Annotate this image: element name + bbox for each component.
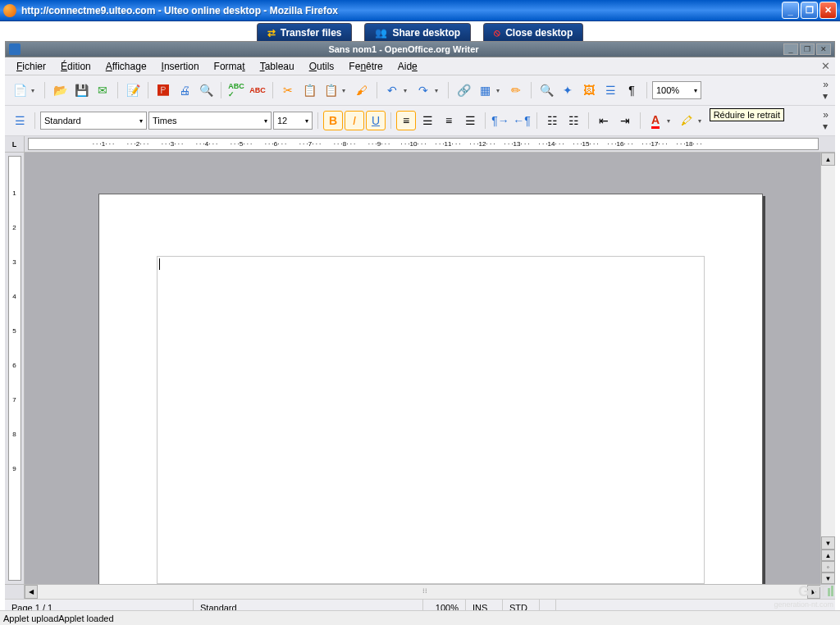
highlight-icon[interactable]: 🖍 bbox=[677, 111, 696, 130]
watermark-sub: generation-nt.com bbox=[774, 600, 833, 609]
share-icon: 👥 bbox=[375, 27, 387, 39]
pdf-export-icon[interactable]: 🅿 bbox=[153, 80, 173, 100]
highlight-dropdown[interactable]: ▾ bbox=[698, 117, 706, 125]
tab-label: Close desktop bbox=[505, 27, 573, 39]
menu-aide[interactable]: Aide bbox=[391, 59, 424, 74]
format-paintbrush-icon[interactable]: 🖌 bbox=[352, 80, 372, 100]
decrease-indent-icon[interactable]: ⇤ bbox=[594, 111, 614, 130]
toolbar-overflow-icon[interactable]: »▾ bbox=[819, 79, 830, 102]
paragraph-style-combo[interactable]: Standard▾ bbox=[40, 112, 147, 130]
spellcheck-icon[interactable]: ABC✓ bbox=[226, 80, 246, 100]
vertical-ruler-gutter: 123456789 bbox=[5, 153, 25, 584]
italic-icon[interactable]: I bbox=[345, 111, 364, 130]
redo-icon[interactable]: ↷ bbox=[413, 80, 433, 100]
scroll-left-button[interactable]: ◀ bbox=[25, 585, 38, 599]
increase-indent-icon[interactable]: ⇥ bbox=[615, 111, 635, 130]
table-dropdown[interactable]: ▾ bbox=[496, 87, 504, 94]
edit-file-icon[interactable]: 📝 bbox=[123, 80, 143, 100]
oo-minimize-button[interactable]: _ bbox=[783, 43, 798, 55]
horizontal-scrollbar[interactable]: ◀ ⁞⁞ ▶ bbox=[5, 584, 835, 599]
find-icon[interactable]: 🔍 bbox=[536, 80, 556, 100]
firefox-icon bbox=[3, 4, 16, 17]
ltr-icon[interactable]: ¶→ bbox=[491, 111, 510, 130]
print-preview-icon[interactable]: 🔍 bbox=[196, 80, 216, 100]
open-icon[interactable]: 📂 bbox=[50, 80, 70, 100]
share-desktop-tab[interactable]: 👥Share desktop bbox=[364, 23, 471, 41]
font-color-icon[interactable]: A bbox=[646, 111, 665, 130]
menu-outils[interactable]: Outils bbox=[303, 59, 341, 74]
ruler-row: L · · ·1· · ·· · ·2· · ·· · ·3· · ·· · ·… bbox=[5, 136, 835, 153]
new-document-icon[interactable]: 📄 bbox=[10, 80, 30, 100]
hscroll-track[interactable]: ⁞⁞ bbox=[38, 585, 807, 599]
menu-edition[interactable]: Édition bbox=[54, 59, 98, 74]
scroll-down-button[interactable]: ▼ bbox=[821, 536, 835, 550]
maximize-button[interactable]: ❐ bbox=[801, 2, 818, 19]
justify-icon[interactable]: ☰ bbox=[460, 111, 480, 130]
cut-icon[interactable]: ✂ bbox=[278, 80, 298, 100]
toolbar-overflow-icon[interactable]: »▾ bbox=[819, 109, 830, 132]
text-margin bbox=[157, 256, 705, 584]
document-close-button[interactable]: ✕ bbox=[821, 60, 830, 72]
scroll-up-button[interactable]: ▲ bbox=[821, 153, 835, 166]
scroll-track[interactable] bbox=[821, 166, 835, 536]
nav-select-button[interactable]: ◦ bbox=[821, 561, 835, 573]
page[interactable] bbox=[98, 194, 763, 584]
next-page-button[interactable]: ▼ bbox=[821, 573, 835, 584]
menu-format[interactable]: Format bbox=[208, 59, 252, 74]
copy-icon[interactable]: 📋 bbox=[299, 80, 319, 100]
menu-fichier[interactable]: Fichier bbox=[10, 59, 52, 74]
zoom-value: 100% bbox=[656, 85, 679, 95]
vertical-ruler[interactable]: 123456789 bbox=[8, 156, 21, 581]
gallery-icon[interactable]: 🖼 bbox=[579, 80, 599, 100]
bold-icon[interactable]: B bbox=[323, 111, 343, 130]
font-color-dropdown[interactable]: ▾ bbox=[667, 117, 675, 125]
oo-close-button[interactable]: ✕ bbox=[816, 43, 831, 55]
data-sources-icon[interactable]: ☰ bbox=[600, 80, 620, 100]
styles-window-icon[interactable]: ☰ bbox=[10, 111, 30, 130]
font-size-combo[interactable]: 12▾ bbox=[273, 112, 313, 130]
hyperlink-icon[interactable]: 🔗 bbox=[454, 80, 473, 100]
align-center-icon[interactable]: ☰ bbox=[418, 111, 437, 130]
redo-dropdown[interactable]: ▾ bbox=[435, 87, 443, 94]
menu-insertion[interactable]: Insertion bbox=[155, 59, 206, 74]
numbered-list-icon[interactable]: ☷ bbox=[542, 111, 562, 130]
app-frame: Sans nom1 - OpenOffice.org Writer _ ❐ ✕ … bbox=[5, 41, 835, 615]
nonprinting-icon[interactable]: ¶ bbox=[622, 80, 641, 100]
menu-affichage[interactable]: Affichage bbox=[99, 59, 153, 74]
zoom-combo[interactable]: 100%▾ bbox=[652, 81, 701, 99]
autospell-icon[interactable]: ABC bbox=[248, 80, 267, 100]
close-button[interactable]: ✕ bbox=[819, 2, 837, 19]
rtl-icon[interactable]: ←¶ bbox=[512, 111, 532, 130]
paste-icon[interactable]: 📋 bbox=[321, 80, 340, 100]
show-draw-icon[interactable]: ✏ bbox=[506, 80, 526, 100]
ulteo-tab-bar: ⇄Transfer files 👥Share desktop ⦸Close de… bbox=[0, 21, 840, 41]
applet-status-bar: Applet uploadApplet loaded bbox=[0, 610, 840, 625]
save-icon[interactable]: 💾 bbox=[71, 80, 91, 100]
align-left-icon[interactable]: ≡ bbox=[396, 111, 416, 130]
email-icon[interactable]: ✉ bbox=[93, 80, 112, 100]
undo-icon[interactable]: ↶ bbox=[382, 80, 402, 100]
table-icon[interactable]: ▦ bbox=[475, 80, 495, 100]
oo-maximize-button[interactable]: ❐ bbox=[800, 43, 815, 55]
tab-label: Transfer files bbox=[281, 27, 342, 39]
transfer-icon: ⇄ bbox=[267, 27, 276, 39]
prev-page-button[interactable]: ▲ bbox=[821, 550, 835, 561]
menu-tableau[interactable]: Tableau bbox=[253, 59, 301, 74]
horizontal-ruler[interactable]: · · ·1· · ·· · ·2· · ·· · ·3· · ·· · ·4·… bbox=[28, 138, 819, 150]
new-dropdown[interactable]: ▾ bbox=[31, 87, 39, 94]
paste-dropdown[interactable]: ▾ bbox=[342, 87, 350, 94]
oo-titlebar: Sans nom1 - OpenOffice.org Writer _ ❐ ✕ bbox=[5, 41, 835, 57]
undo-dropdown[interactable]: ▾ bbox=[404, 87, 412, 94]
minimize-button[interactable]: _ bbox=[782, 2, 799, 19]
vertical-scrollbar[interactable]: ▲ ▼ ▲ ◦ ▼ bbox=[820, 153, 835, 584]
underline-icon[interactable]: U bbox=[366, 111, 386, 130]
close-desktop-tab[interactable]: ⦸Close desktop bbox=[483, 23, 583, 41]
font-name-combo[interactable]: Times▾ bbox=[148, 112, 272, 130]
navigator-icon[interactable]: ✦ bbox=[558, 80, 578, 100]
bullet-list-icon[interactable]: ☷ bbox=[564, 111, 583, 130]
print-icon[interactable]: 🖨 bbox=[175, 80, 194, 100]
document-viewport[interactable] bbox=[25, 153, 820, 584]
align-right-icon[interactable]: ≡ bbox=[439, 111, 459, 130]
transfer-files-tab[interactable]: ⇄Transfer files bbox=[257, 23, 353, 41]
menu-fenetre[interactable]: Fenêtre bbox=[342, 59, 389, 74]
